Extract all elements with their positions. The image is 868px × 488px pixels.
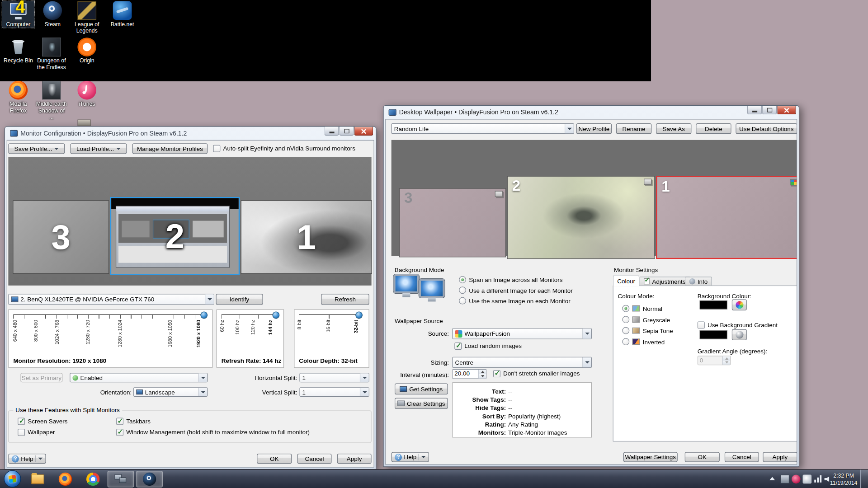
monitor-config-titlebar[interactable]: Monitor Configuration • DisplayFusion Pr… — [7, 127, 374, 140]
tab-info[interactable]: Info — [685, 277, 712, 286]
colour-picker-button[interactable] — [732, 299, 747, 310]
rename-button[interactable]: Rename — [616, 123, 651, 134]
interval-spinner[interactable]: 20.00 — [452, 369, 486, 379]
wallpaper-monitor-2[interactable]: 2 — [507, 176, 655, 259]
minimize-button[interactable] — [747, 106, 762, 115]
orientation-dropdown[interactable]: Landscape — [133, 387, 208, 397]
load-profile-button[interactable]: Load Profile... — [71, 143, 127, 154]
desktop-icon-league-of-legends[interactable]: League of Legends — [71, 1, 103, 34]
cancel-button[interactable]: Cancel — [725, 452, 759, 462]
tab-colour[interactable]: Colour — [613, 276, 640, 286]
load-random-images-checkbox[interactable]: Load random images — [454, 343, 522, 350]
tray-itunes-icon[interactable] — [792, 475, 801, 484]
window-management-checkbox[interactable]: Window Management (hold shift to maximiz… — [116, 429, 310, 436]
wallpaper-titlebar[interactable]: Desktop Wallpaper • DisplayFusion Pro on… — [385, 106, 797, 119]
close-button[interactable] — [777, 106, 796, 115]
taskbar-steam-button[interactable] — [136, 471, 163, 488]
monitor-device-dropdown[interactable]: 2. BenQ XL2420TE @ NVIDIA GeForce GTX 76… — [8, 294, 214, 305]
refresh-button[interactable]: Refresh — [321, 294, 369, 305]
minimize-button[interactable] — [325, 127, 339, 136]
maximize-button[interactable] — [340, 127, 354, 136]
cancel-button[interactable]: Cancel — [297, 454, 332, 464]
taskbar-clock[interactable]: 2:32 PM 11/19/2014 — [828, 472, 859, 486]
sizing-dropdown[interactable]: Centre — [452, 357, 592, 368]
close-button[interactable] — [354, 127, 373, 136]
vertical-split-dropdown[interactable]: 1 — [299, 387, 369, 397]
depth-slider-knob[interactable] — [355, 311, 363, 319]
gradient-picker-button[interactable] — [732, 329, 747, 340]
tab-adjustments[interactable]: ✓ Adjustments — [639, 277, 690, 286]
desktop-icon-dungeon-of-the-endless[interactable]: Dungeon of the Endless — [35, 38, 67, 70]
desktop-icon-battlenet[interactable]: Battle.net — [106, 1, 138, 28]
help-button[interactable]: Help — [8, 454, 46, 464]
colour-inverted-radio[interactable]: Inverted — [622, 338, 665, 345]
taskbar-firefox-button[interactable] — [52, 471, 79, 488]
preview-monitor-2-selected[interactable]: 2 — [110, 197, 240, 275]
desktop-icon-partial[interactable] — [77, 119, 90, 126]
enabled-dropdown[interactable]: Enabled — [70, 373, 208, 382]
desktop-icon-steam[interactable]: Steam — [37, 1, 69, 28]
taskbar-explorer-button[interactable] — [24, 471, 51, 488]
new-profile-button[interactable]: New Profile — [576, 123, 612, 134]
colour-sepia-radio[interactable]: Sepia Tone — [622, 327, 673, 334]
maximize-button[interactable] — [762, 106, 777, 115]
delete-button[interactable]: Delete — [696, 123, 731, 134]
apply-button[interactable]: Apply — [763, 452, 797, 462]
show-hidden-icons-chevron[interactable] — [769, 477, 775, 480]
wallpaper-profile-dropdown[interactable]: Random Life — [392, 123, 574, 134]
tray-displayfusion-icon[interactable] — [781, 475, 790, 484]
source-dropdown[interactable]: WallpaperFusion — [452, 328, 592, 339]
desktop-icon-origin[interactable]: Origin — [71, 38, 103, 64]
screen-savers-checkbox[interactable]: Screen Savers — [18, 418, 67, 425]
manage-monitor-profiles-button[interactable]: Manage Monitor Profiles — [132, 143, 208, 154]
taskbar-chrome-button[interactable] — [80, 471, 106, 488]
desktop-icon-firefox[interactable]: Mozilla Firefox — [2, 81, 34, 114]
different-image-radio[interactable]: Use a different Image for each Monitor — [459, 286, 573, 294]
colour-normal-radio[interactable]: Normal — [622, 305, 662, 312]
same-image-radio[interactable]: Use the same Image on each Monitor — [459, 297, 571, 305]
monitor-number: 3 — [52, 217, 71, 257]
save-as-button[interactable]: Save As — [656, 123, 691, 134]
checkbox-box — [18, 418, 25, 425]
refresh-slider-knob[interactable] — [272, 311, 279, 319]
wallpaper-monitor-3[interactable]: 3 — [399, 188, 506, 257]
colour-greyscale-radio[interactable]: Greyscale — [622, 316, 670, 323]
span-image-radio[interactable]: Span an Image across all Monitors — [459, 276, 562, 283]
desktop-icon-recycle-bin[interactable]: Recycle Bin — [2, 38, 34, 64]
clear-settings-button[interactable]: Clear Settings — [395, 398, 448, 408]
show-desktop-button[interactable] — [860, 470, 868, 488]
start-button[interactable] — [4, 470, 21, 488]
wallpaper-settings-button[interactable]: Wallpaper Settings — [623, 452, 678, 462]
get-settings-button[interactable]: Get Settings — [395, 384, 448, 394]
set-as-primary-button[interactable]: Set as Primary — [20, 373, 62, 382]
desktop-icon-shadow-of-mordor[interactable]: Middle-earth Shadow of ... — [35, 81, 67, 121]
ok-button[interactable]: OK — [685, 452, 720, 462]
preview-monitor-3[interactable]: 3 — [13, 200, 109, 274]
apply-button[interactable]: Apply — [337, 454, 372, 464]
wallpaper-monitor-1-selected[interactable]: 1 — [656, 176, 797, 259]
wallpaper-checkbox[interactable]: Wallpaper — [18, 429, 55, 436]
resolution-slider-knob[interactable] — [200, 311, 208, 319]
preview-monitor-1[interactable]: 1 — [241, 200, 372, 274]
taskbars-checkbox[interactable]: Taskbars — [116, 418, 151, 425]
horizontal-split-dropdown[interactable]: 1 — [299, 373, 369, 382]
ok-button[interactable]: OK — [257, 454, 292, 464]
tray-network-icon[interactable] — [814, 475, 823, 484]
taskbar-displayfusion-button[interactable] — [108, 471, 134, 488]
gradient-angle-spinner[interactable]: 0 — [698, 356, 731, 365]
desktop-icon-label: Middle-earth Shadow of ... — [35, 101, 67, 121]
help-button[interactable]: Help — [392, 452, 429, 462]
tick-label: 800 x 600 — [33, 320, 38, 342]
gradient-colour-swatch[interactable] — [700, 330, 727, 339]
desktop-icon-itunes[interactable]: iTunes — [71, 81, 103, 108]
identify-button[interactable]: Identify — [216, 294, 263, 305]
dont-stretch-checkbox[interactable]: Don't stretch smaller images — [493, 370, 580, 377]
save-profile-button[interactable]: Save Profile... — [8, 143, 65, 154]
background-colour-swatch[interactable] — [700, 300, 727, 310]
horizontal-split-label: Horizontal Split: — [250, 375, 297, 381]
tray-app-icon[interactable] — [803, 475, 812, 484]
use-default-options-button[interactable]: Use Default Options — [736, 123, 797, 134]
spinner-buttons[interactable] — [478, 370, 486, 379]
use-background-gradient-checkbox[interactable]: Use Background Gradient — [698, 321, 778, 328]
autosplit-checkbox[interactable]: Auto-split Eyefinity and nVidia Surround… — [213, 145, 355, 152]
